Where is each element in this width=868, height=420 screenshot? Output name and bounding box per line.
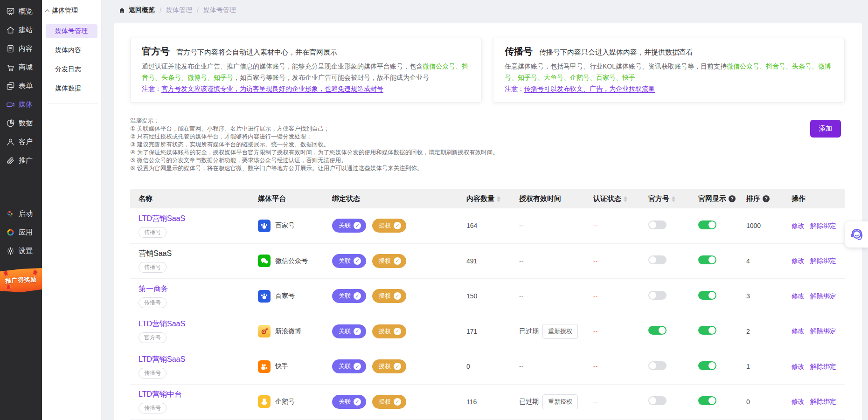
site-display-toggle[interactable]	[698, 326, 716, 335]
sort-icon[interactable]	[672, 196, 675, 202]
linked-badge[interactable]: 关联✓	[332, 359, 366, 373]
official-account-toggle[interactable]	[648, 291, 667, 300]
submenu-item[interactable]: 媒体内容	[46, 43, 97, 57]
site-display-toggle[interactable]	[698, 220, 716, 229]
account-name-link[interactable]: LTD营销SaaS	[139, 355, 250, 365]
unbind-link[interactable]: 解除绑定	[810, 398, 836, 405]
customer-service-button[interactable]	[845, 221, 868, 248]
site-display-toggle[interactable]	[698, 396, 716, 405]
modify-link[interactable]: 修改	[792, 363, 805, 370]
help-icon[interactable]: ?	[763, 195, 770, 202]
breadcrumb-back-overview[interactable]: 返回概览	[129, 6, 155, 14]
sidebar-item-form[interactable]: 表单	[0, 76, 42, 95]
submenu-item[interactable]: 媒体数据	[46, 82, 97, 96]
mall-icon	[6, 63, 15, 72]
content-icon	[6, 44, 15, 53]
linked-badge[interactable]: 关联✓	[332, 324, 366, 338]
official-account-toggle[interactable]	[648, 396, 667, 405]
sidebar-item-settings[interactable]: 设置	[0, 241, 42, 260]
tips-lines: ① 关联媒体平台，能在官网、小程序、名片中进行展示，方便客户找到自己；② 只有经…	[130, 125, 499, 172]
sidebar-item-data[interactable]: 数据	[0, 114, 42, 132]
baijiahao-platform-icon	[258, 290, 271, 303]
sort-value: 3	[738, 292, 783, 300]
sidebar-item-content[interactable]: 内容	[0, 39, 42, 58]
modify-link[interactable]: 修改	[792, 398, 805, 405]
sidebar-item-label: 设置	[19, 247, 33, 255]
site-display-toggle[interactable]	[698, 255, 716, 264]
home-icon	[118, 7, 125, 14]
submenu-group-title[interactable]: 媒体管理	[42, 0, 101, 20]
help-icon[interactable]: ?	[729, 195, 736, 202]
check-icon: ✓	[394, 398, 401, 406]
sort-icon[interactable]	[624, 196, 627, 202]
badge-label: 关联	[339, 327, 351, 336]
official-account-toggle[interactable]	[648, 326, 667, 335]
official-account-toggle[interactable]	[648, 361, 667, 370]
sidebar-item-promotion[interactable]: 推广	[0, 151, 42, 170]
sort-value: 0	[738, 398, 783, 406]
submenu-item[interactable]: 分发日志	[46, 62, 97, 76]
authorized-badge[interactable]: 授权✓	[372, 324, 406, 338]
kuaishou-platform-icon	[258, 360, 271, 373]
site-display-cell	[690, 326, 738, 337]
account-name-link[interactable]: LTD营销SaaS	[139, 319, 250, 329]
column-header: 认证状态	[585, 194, 640, 203]
authorized-badge[interactable]: 授权✓	[372, 254, 406, 268]
account-name-link[interactable]: LTD营销SaaS	[139, 214, 250, 224]
reauthorize-button[interactable]: 重新授权	[542, 324, 578, 339]
add-button[interactable]: 添加	[810, 120, 841, 138]
modify-link[interactable]: 修改	[792, 327, 805, 335]
account-type-tag: 传播号	[139, 403, 167, 413]
account-name-link[interactable]: LTD营销中台	[139, 390, 250, 399]
unbind-link[interactable]: 解除绑定	[810, 292, 836, 300]
sort-icon[interactable]	[497, 196, 500, 202]
authorized-badge[interactable]: 授权✓	[372, 219, 406, 233]
site-display-toggle[interactable]	[698, 361, 716, 370]
sidebar-item-launch[interactable]: 启动	[0, 204, 42, 223]
official-account-toggle[interactable]	[648, 220, 667, 229]
modify-link[interactable]: 修改	[792, 222, 805, 229]
sidebar-item-overview[interactable]: 概览	[0, 2, 42, 21]
sidebar-item-label: 数据	[19, 119, 33, 128]
site-display-cell	[690, 396, 738, 407]
sidebar-item-apps[interactable]: 应用	[0, 223, 42, 241]
content-count: 164	[458, 222, 511, 229]
unbind-link[interactable]: 解除绑定	[810, 257, 836, 264]
column-header: 媒体平台	[250, 194, 324, 203]
official-cell	[640, 255, 690, 266]
column-header: 授权有效时间	[511, 194, 585, 203]
column-header: 官方号	[640, 194, 690, 203]
unbind-link[interactable]: 解除绑定	[810, 363, 836, 370]
sidebar-item-mall[interactable]: 商城	[0, 58, 42, 76]
authorized-badge[interactable]: 授权✓	[372, 289, 406, 303]
modify-link[interactable]: 修改	[792, 292, 805, 300]
sidebar-item-media[interactable]: 媒体	[0, 95, 42, 114]
official-account-toggle[interactable]	[648, 255, 667, 264]
column-header-label: 排序	[746, 194, 760, 203]
check-icon: ✓	[354, 328, 361, 335]
submenu-item[interactable]: 媒体号管理	[46, 24, 97, 38]
linked-badge[interactable]: 关联✓	[332, 219, 366, 233]
actions-cell: 修改解除绑定	[783, 397, 845, 406]
authorized-badge[interactable]: 授权✓	[372, 395, 406, 409]
authorized-badge[interactable]: 授权✓	[372, 359, 406, 373]
secondary-sidebar: 媒体管理 媒体号管理媒体内容分发日志媒体数据	[42, 0, 102, 420]
breadcrumb-media-management[interactable]: 媒体管理	[166, 6, 192, 14]
modify-link[interactable]: 修改	[792, 257, 805, 264]
platform-name: 百家号	[275, 221, 295, 230]
sidebar-item-customer[interactable]: 客户	[0, 132, 42, 151]
promotion-reward-banner[interactable]: 推广得奖励	[0, 268, 42, 292]
linked-badge[interactable]: 关联✓	[332, 289, 366, 303]
site-display-toggle[interactable]	[698, 291, 716, 300]
badge-label: 关联	[339, 398, 351, 406]
unbind-link[interactable]: 解除绑定	[810, 222, 836, 229]
bind-status-cell: 关联✓授权✓	[324, 395, 458, 409]
sidebar-item-site[interactable]: 建站	[0, 21, 42, 39]
badge-label: 关联	[339, 362, 351, 371]
linked-badge[interactable]: 关联✓	[332, 395, 366, 409]
reauthorize-button[interactable]: 重新授权	[542, 394, 578, 409]
unbind-link[interactable]: 解除绑定	[810, 327, 836, 335]
breadcrumb-media-account-management[interactable]: 媒体号管理	[203, 6, 236, 14]
linked-badge[interactable]: 关联✓	[332, 254, 366, 268]
account-name-link[interactable]: 第一商务	[139, 284, 250, 294]
